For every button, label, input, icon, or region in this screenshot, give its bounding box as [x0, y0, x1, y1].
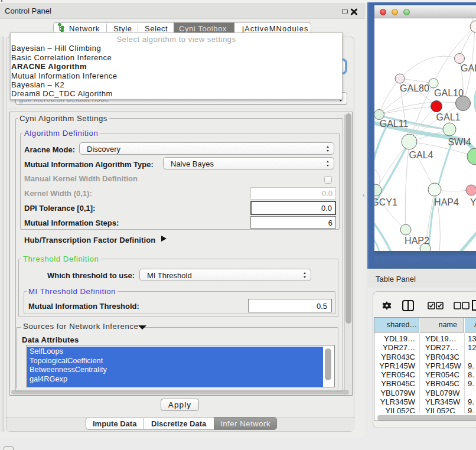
svg-text:GAL1: GAL1	[436, 112, 461, 122]
svg-text:GAL11: GAL11	[380, 119, 409, 129]
svg-text:HAP4: HAP4	[434, 197, 459, 207]
svg-text:GAL4: GAL4	[409, 150, 433, 160]
svg-text:YKL: YKL	[470, 197, 476, 207]
svg-text:GAL80: GAL80	[400, 83, 429, 93]
svg-text:GAL10: GAL10	[434, 88, 464, 98]
svg-text:HAP2: HAP2	[405, 236, 429, 246]
svg-text:GAL2: GAL2	[461, 63, 476, 73]
svg-text:GCY1: GCY1	[374, 197, 397, 207]
svg-text:SWI4: SWI4	[448, 137, 471, 147]
